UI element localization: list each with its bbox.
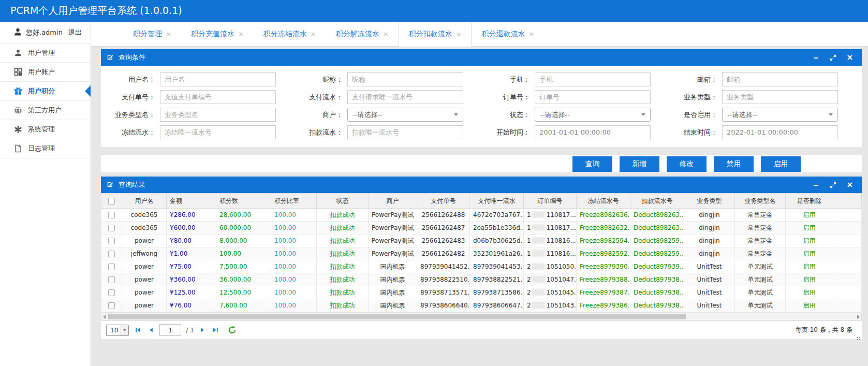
tab-close-icon[interactable]: × bbox=[311, 30, 316, 38]
row-checkbox[interactable] bbox=[108, 302, 115, 309]
cell-freeze-flow-no: Freeze8982594... bbox=[577, 235, 630, 247]
tab-close-icon[interactable]: × bbox=[238, 30, 244, 38]
close-icon[interactable] bbox=[844, 52, 856, 63]
business-type-input[interactable] bbox=[722, 90, 838, 104]
cell-freeze-flow-no: Freeze8979388... bbox=[577, 273, 630, 286]
field-label: 业务类型： bbox=[666, 93, 722, 102]
sidebar-item-user-management[interactable]: 用户管理 bbox=[0, 43, 91, 63]
total-pages-label: / 1 bbox=[186, 327, 194, 334]
scroll-left-arrow-icon[interactable] bbox=[103, 315, 106, 319]
next-page-button[interactable] bbox=[199, 326, 207, 334]
tab-points-freeze-flow[interactable]: 积分冻结流水× bbox=[254, 22, 326, 46]
row-checkbox[interactable] bbox=[108, 263, 115, 270]
nickname-input[interactable] bbox=[347, 72, 463, 86]
freeze-flow-input[interactable] bbox=[160, 125, 276, 139]
enable-button[interactable]: 启用 bbox=[761, 156, 801, 172]
sidebar-item-log-management[interactable]: 日志管理 bbox=[0, 139, 91, 158]
cell-pay-order-no: 25661262487 bbox=[417, 222, 470, 235]
tab-close-icon[interactable]: × bbox=[383, 30, 389, 38]
tab-label: 积分扣款流水 bbox=[409, 30, 452, 39]
field-merchant: 商户：--请选择-- bbox=[291, 108, 479, 122]
refresh-icon[interactable] bbox=[228, 326, 237, 335]
resize-grip[interactable] bbox=[859, 337, 860, 338]
close-icon[interactable] bbox=[844, 180, 856, 190]
mobile-input[interactable] bbox=[535, 72, 651, 86]
scroll-right-arrow-icon[interactable] bbox=[857, 315, 860, 319]
page-number-input[interactable] bbox=[159, 324, 181, 336]
cell-pay-flow-no: 897939041453... bbox=[470, 260, 524, 273]
cell-points: 100.00 bbox=[216, 247, 271, 260]
edit-button[interactable]: 修改 bbox=[667, 156, 707, 172]
sidebar-item-user-points[interactable]: 用户积分 bbox=[0, 82, 91, 101]
pay-flow-no-input[interactable] bbox=[347, 90, 463, 104]
field-pay-order-no: 支付单号： bbox=[104, 90, 291, 104]
sidebar-item-system-management[interactable]: 系统管理 bbox=[0, 120, 91, 139]
add-button[interactable]: 新增 bbox=[620, 156, 659, 172]
search-button[interactable]: 查询 bbox=[572, 156, 612, 172]
enabled-select[interactable]: --请选择-- bbox=[722, 108, 838, 122]
tab-points-recharge-flow[interactable]: 积分充值流水× bbox=[181, 22, 254, 46]
tab-close-icon[interactable]: × bbox=[456, 31, 462, 38]
cell-merchant: 国内机票 bbox=[369, 286, 417, 299]
horizontal-scrollbar[interactable] bbox=[101, 312, 862, 320]
order-no-visible: 1051050... bbox=[547, 263, 577, 270]
gift-icon bbox=[14, 87, 22, 95]
table-row: power¥360.0036,000.00100.00扣款成功国内机票89793… bbox=[101, 273, 862, 286]
chevron-down-icon bbox=[829, 113, 833, 116]
field-freeze-flow: 冻结流水： bbox=[104, 125, 291, 139]
username-input[interactable] bbox=[160, 72, 276, 86]
pay-order-no-input[interactable] bbox=[160, 90, 276, 104]
sidebar-item-user-accounts[interactable]: 用户账户 bbox=[0, 63, 91, 82]
expand-icon[interactable] bbox=[827, 52, 839, 63]
first-page-button[interactable] bbox=[134, 326, 142, 334]
row-checkbox[interactable] bbox=[108, 289, 115, 296]
cell-pay-order-no: 897938606640... bbox=[417, 299, 470, 312]
minimize-icon[interactable] bbox=[810, 180, 822, 190]
sidebar-item-third-party-users[interactable]: 第三方用户 bbox=[0, 101, 91, 120]
prev-page-button[interactable] bbox=[146, 326, 155, 334]
merchant-select[interactable]: --请选择-- bbox=[347, 108, 463, 122]
tab-points-refund-flow[interactable]: 积分退款流水× bbox=[472, 22, 545, 46]
col-header-amount: 金额 bbox=[167, 194, 216, 209]
scrollbar-thumb[interactable] bbox=[108, 314, 686, 319]
tab-close-icon[interactable]: × bbox=[166, 30, 171, 38]
select-value: --请选择-- bbox=[727, 110, 757, 120]
email-input[interactable] bbox=[722, 72, 838, 86]
business-type-name-input[interactable] bbox=[160, 108, 276, 122]
row-checkbox[interactable] bbox=[108, 276, 115, 283]
logout-link[interactable]: 退出 bbox=[68, 28, 82, 37]
cell-order-no: 1110816... bbox=[524, 247, 577, 260]
status-select[interactable]: --请选择-- bbox=[535, 108, 651, 122]
page-size-select[interactable]: 10 bbox=[106, 325, 129, 336]
tab-close-icon[interactable]: × bbox=[529, 30, 535, 38]
row-checkbox[interactable] bbox=[108, 238, 115, 244]
cell-business-type-name: 常售定金 bbox=[735, 209, 786, 222]
order-no-visible: 110817... bbox=[547, 224, 576, 231]
end-time-input[interactable] bbox=[722, 125, 838, 139]
row-checkbox[interactable] bbox=[108, 212, 115, 218]
checkbox-cell bbox=[101, 299, 122, 312]
row-checkbox[interactable] bbox=[108, 225, 115, 231]
select-all-checkbox[interactable] bbox=[108, 198, 115, 204]
redaction-smudge bbox=[532, 237, 545, 244]
tab-points-unfreeze-flow[interactable]: 积分解冻流水× bbox=[326, 22, 399, 46]
cell-status: 扣款成功 bbox=[317, 260, 369, 273]
order-no-input[interactable] bbox=[535, 90, 651, 104]
col-header-username: 用户名 bbox=[122, 194, 167, 209]
order-no-visible: 1051047... bbox=[547, 276, 577, 283]
expand-icon[interactable] bbox=[827, 180, 839, 190]
deduct-flow-input[interactable] bbox=[347, 125, 463, 139]
disable-button[interactable]: 禁用 bbox=[714, 156, 754, 172]
order-no-fragment: 1 bbox=[527, 224, 531, 231]
tab-points-deduct-flow[interactable]: 积分扣款流水× bbox=[399, 22, 472, 47]
tab-points-management[interactable]: 积分管理× bbox=[123, 22, 181, 46]
cell-pay-flow-no: 897938713586... bbox=[470, 286, 524, 299]
table-row: code365¥286.0028,600.00100.00扣款成功PowerPa… bbox=[101, 209, 862, 222]
row-checkbox[interactable] bbox=[108, 251, 115, 257]
field-pay-flow-no: 支付流水： bbox=[291, 90, 479, 104]
last-page-button[interactable] bbox=[212, 326, 220, 334]
cell-status: 扣款成功 bbox=[317, 299, 369, 312]
order-no-visible: 110816... bbox=[547, 237, 576, 244]
minimize-icon[interactable] bbox=[810, 52, 822, 63]
start-time-input[interactable] bbox=[535, 125, 651, 139]
